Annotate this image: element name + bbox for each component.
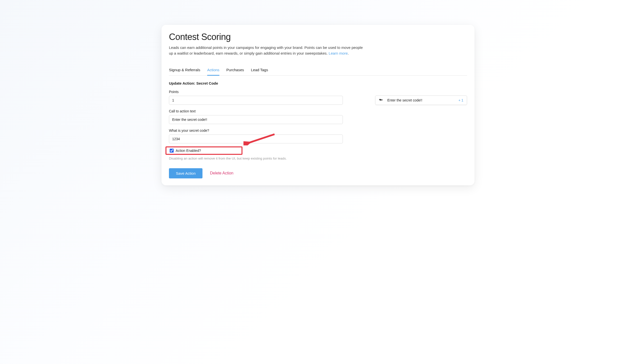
cta-input[interactable] — [169, 115, 343, 124]
settings-card: Contest Scoring Leads can earn additiona… — [161, 25, 475, 185]
description-after: . — [348, 51, 349, 55]
delete-action-button[interactable]: Delete Action — [210, 171, 233, 176]
secret-group: What is your secret code? — [169, 128, 343, 144]
button-row: Save Action Delete Action — [169, 168, 343, 178]
page-title: Contest Scoring — [169, 32, 467, 42]
action-enabled-wrap: Action Enabled? — [169, 148, 202, 153]
secret-label: What is your secret code? — [169, 128, 343, 132]
points-label: Points — [169, 90, 343, 94]
secret-input[interactable] — [169, 134, 343, 144]
tabs-nav: Signup & Referrals Actions Purchases Lea… — [169, 66, 467, 76]
page-description: Leads can earn additional points in your… — [169, 45, 363, 56]
action-enabled-checkbox[interactable] — [170, 149, 174, 152]
points-input[interactable] — [169, 96, 343, 105]
preview-column: Enter the secret code!! + 1 — [375, 81, 467, 178]
action-enabled-label: Action Enabled? — [176, 149, 201, 152]
save-action-button[interactable]: Save Action — [169, 168, 202, 178]
preview-points: + 1 — [458, 98, 463, 102]
preview-text: Enter the secret code!! — [387, 98, 454, 102]
form-column: Update Action: Secret Code Points Call t… — [169, 81, 343, 178]
tab-lead-tags[interactable]: Lead Tags — [251, 66, 268, 76]
tab-purchases[interactable]: Purchases — [226, 66, 244, 76]
cta-label: Call to action text — [169, 109, 343, 113]
tab-actions[interactable]: Actions — [207, 66, 219, 76]
key-icon — [379, 98, 383, 102]
help-text: Disabling an action will remove it from … — [169, 156, 343, 160]
cta-group: Call to action text — [169, 109, 343, 124]
tab-signup-referrals[interactable]: Signup & Referrals — [169, 66, 200, 76]
content-row: Update Action: Secret Code Points Call t… — [169, 81, 467, 178]
points-group: Points — [169, 90, 343, 105]
learn-more-link[interactable]: Learn more — [329, 51, 348, 55]
section-title: Update Action: Secret Code — [169, 81, 343, 85]
action-preview[interactable]: Enter the secret code!! + 1 — [375, 96, 467, 105]
